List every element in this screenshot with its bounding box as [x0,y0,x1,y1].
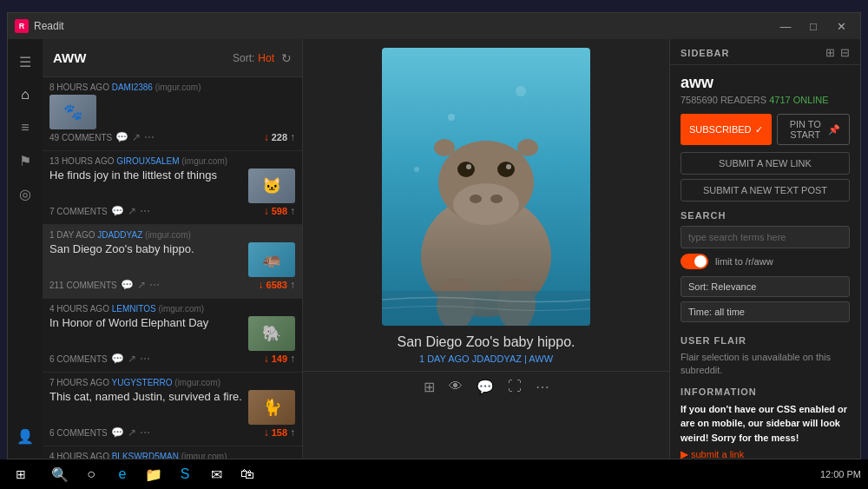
vote-up-button[interactable]: ↑ [290,426,295,439]
toggle-label: limit to /r/aww [715,256,773,267]
taskbar-skype-icon[interactable]: S [170,459,200,489]
vote-down-button[interactable]: ↓ [264,205,269,217]
image-action-icon[interactable]: ⊞ [424,379,435,395]
comment-icon[interactable]: 💬 [115,131,128,143]
share-icon[interactable]: ↗ [128,353,136,365]
vote-down-button[interactable]: ↓ [259,279,264,291]
minimize-button[interactable]: — [773,17,798,35]
subscribed-button[interactable]: SUBSCRIBED ✓ [681,114,772,145]
taskbar-search-icon[interactable]: 🔍 [45,459,75,489]
vote-up-button[interactable]: ↑ [290,131,295,143]
svg-point-13 [434,139,455,156]
nav-flag-icon[interactable]: ⚑ [10,145,41,176]
nav-user-icon[interactable]: 👤 [10,420,41,452]
bookmark-icon[interactable]: ⋯ [140,353,150,365]
comment-icon[interactable]: 💬 [111,353,124,365]
bookmark-icon[interactable]: ⋯ [140,426,150,439]
post-thumbnail: 🐱 [248,169,295,203]
submit-link-anchor[interactable]: ▶ submit a link [681,448,744,459]
vote-area: ↓ 598 ↑ [264,205,295,217]
subreddit-title: AWW [53,50,233,65]
bookmark-icon[interactable]: ⋯ [144,131,155,143]
posts-scroll[interactable]: 8 HOURS AGO DAMI2386 (imgur.com) 🐾 49 CO… [43,77,302,459]
more-action-icon[interactable]: ⋯ [536,379,549,395]
list-item[interactable]: 8 HOURS AGO DAMI2386 (imgur.com) 🐾 49 CO… [43,77,302,151]
vote-up-button[interactable]: ↑ [290,353,295,365]
taskbar-cortana-icon[interactable]: ○ [76,459,106,489]
vote-down-button[interactable]: ↓ [264,131,269,143]
share-icon[interactable]: ↗ [128,426,136,439]
list-item[interactable]: 1 DAY AGO JDADDYAZ (imgur.com) San Diego… [43,225,302,299]
svg-point-7 [470,195,482,203]
main-content: San Diego Zoo's baby hippo. 1 DAY AGO JD… [303,39,669,459]
submit-link-button[interactable]: SUBMIT A NEW LINK [681,152,850,175]
post-body: 🐾 [49,95,295,129]
vote-count: 598 [272,206,287,216]
app-window: R Readit — □ ✕ ☰ ⌂ ≡ ⚑ ◎ 👤 AWW Sort: Hot… [7,12,861,459]
vote-area: ↓ 6583 ↑ [259,279,295,291]
comment-action-icon[interactable]: 💬 [477,379,494,395]
vote-area: ↓ 228 ↑ [264,131,295,143]
app-icon: R [15,19,29,33]
maximize-button[interactable]: □ [801,17,825,35]
list-item[interactable]: 13 HOURS AGO GIROUX5ALEM (imgur.com) He … [43,151,302,225]
nav-home-icon[interactable]: ⌂ [10,79,41,110]
post-meta: 4 HOURS AGO BLKSWRD5MAN (imgur.com) [49,452,295,459]
time-dropdown[interactable]: Time: all time Time: past hour Time: pas… [681,301,850,322]
left-nav: ☰ ⌂ ≡ ⚑ ◎ 👤 [8,39,43,459]
search-input[interactable] [681,226,850,248]
start-button[interactable]: ⊞ [0,459,42,489]
post-thumbnail: 🐘 [248,316,295,351]
taskbar-edge-icon[interactable]: e [108,459,137,489]
sidebar-header-icons: ⊞ ⊟ [825,46,850,59]
limit-toggle[interactable] [681,254,708,269]
sort-value[interactable]: Hot [258,52,274,64]
bookmark-icon[interactable]: ⋯ [149,279,160,291]
close-button[interactable]: ✕ [829,17,853,35]
post-image [382,48,590,326]
nav-list-icon[interactable]: ≡ [10,112,41,143]
vote-down-button[interactable]: ↓ [264,353,269,365]
sort-dropdown[interactable]: Sort: Relevance Sort: New Sort: Hot Sort… [681,276,850,297]
svg-point-11 [466,164,471,169]
share-icon[interactable]: ↗ [132,131,141,143]
vote-up-button[interactable]: ↑ [290,279,295,291]
window-controls: — □ ✕ [773,17,853,35]
window-title: Readit [34,20,773,32]
list-item[interactable]: 7 HOURS AGO YUGYSTERRO (imgur.com) This … [43,373,302,446]
sidebar-layout-icon[interactable]: ⊞ [825,46,835,59]
comment-icon[interactable]: 💬 [111,205,124,217]
svg-point-12 [506,164,511,169]
post-thumbnail: 🐾 [49,95,96,129]
share-icon[interactable]: ↗ [128,205,136,217]
taskbar-explorer-icon[interactable]: 📁 [139,459,168,489]
list-item[interactable]: 4 HOURS AGO BLKSWRD5MAN (imgur.com) My f… [43,446,302,459]
bookmark-icon[interactable]: ⋯ [140,205,150,217]
svg-point-3 [414,167,419,172]
refresh-button[interactable]: ↻ [281,51,292,65]
comment-icon[interactable]: 💬 [111,426,124,439]
post-thumbnail: 🦛 [248,242,295,277]
pin-to-start-button[interactable]: PIN TO START 📌 [777,114,850,145]
nav-settings-icon[interactable]: ◎ [10,178,41,209]
taskbar: ⊞ 🔍 ○ e 📁 S ✉ 🛍 12:00 PM [0,459,868,489]
post-body: San Diego Zoo's baby hippo. 🦛 [49,242,295,277]
post-body: This cat, named Justin, survived a fire.… [49,390,295,425]
sidebar-view-icon[interactable]: ⊟ [840,46,850,59]
toggle-knob [694,255,707,268]
sidebar-body: aww 7585690 READERS 4717 ONLINE SUBSCRIB… [670,65,860,459]
comment-icon[interactable]: 💬 [121,279,134,291]
vote-down-button[interactable]: ↓ [264,426,269,439]
submit-text-button[interactable]: SUBMIT A NEW TEXT POST [681,179,850,202]
taskbar-mail-icon[interactable]: ✉ [201,459,231,489]
post-body: He finds joy in the littlest of things 🐱 [49,169,295,203]
taskbar-store-icon[interactable]: 🛍 [233,459,262,489]
nav-menu-icon[interactable]: ☰ [10,46,41,77]
post-title: This cat, named Justin, survived a fire. [49,390,243,405]
share-icon[interactable]: ↗ [137,279,146,291]
vote-up-button[interactable]: ↑ [290,205,295,217]
search-section-title: SEARCH [681,210,850,221]
expand-action-icon[interactable]: ⛶ [508,379,522,395]
list-item[interactable]: 4 HOURS AGO LEMNITOS (imgur.com) In Hono… [43,299,302,373]
eye-action-icon[interactable]: 👁 [449,379,463,395]
